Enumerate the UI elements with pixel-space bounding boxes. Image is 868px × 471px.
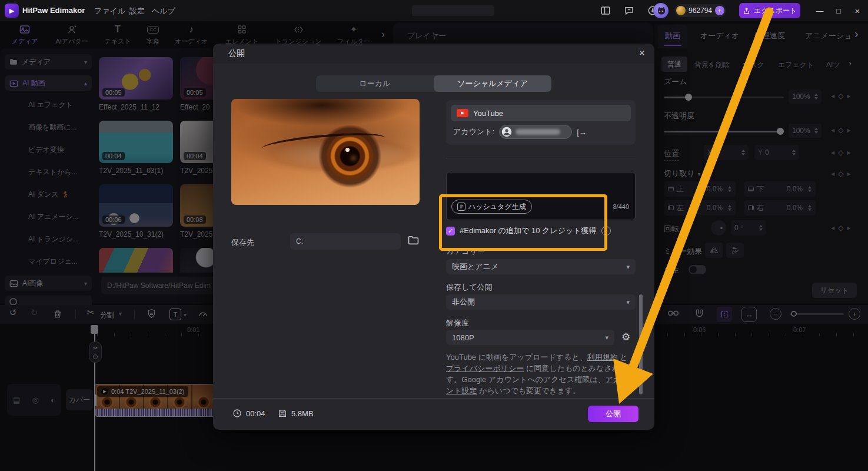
category-dropdown[interactable]: 映画とアニメ ▾ [446,259,636,274]
clock-icon [232,409,242,418]
file-size: 5.8MB [291,409,314,418]
caret-down-icon: ▾ [626,263,630,271]
minimize-button[interactable]: — [813,5,826,16]
video-preview [231,99,420,205]
visibility-label: 保存して公開 [446,282,493,293]
info-icon[interactable]: i [601,226,611,236]
menu-settings[interactable]: 設定 [129,6,145,16]
account-pill[interactable] [499,125,572,139]
publish-dialog: 公開 × ローカル ソーシャルメディア 保存先 C: YouTube アカウント… [213,44,654,430]
menu-file[interactable]: ファイル [94,6,125,16]
youtube-icon [457,109,468,117]
close-dialog-icon[interactable]: × [638,47,645,59]
account-row: アカウント: [→ [453,125,587,139]
export-label: エクスポート [754,6,797,16]
generate-hashtag-chip[interactable]: # ハッシュタグ生成 [451,200,532,214]
menu-help[interactable]: ヘルプ [152,6,175,16]
credit-checkbox-row[interactable]: ✓ #Edimakor の追加で 10 クレジット獲得 i [446,225,611,236]
terms-t5: からいつでも変更できます。 [477,386,581,395]
resolution-dropdown[interactable]: 1080P ▾ [446,330,614,345]
export-button[interactable]: エクスポート [739,3,800,18]
resolution-label: 解像度 [446,318,469,329]
tab-local[interactable]: ローカル [316,75,434,92]
privacy-policy-link[interactable]: プライバシーポリシー [446,364,524,373]
platform-selector[interactable]: YouTube [451,105,631,121]
close-window-button[interactable]: × [851,5,864,16]
credits-badge[interactable]: 962794 + [674,4,726,17]
titlebar: ▶ HitPaw Edimakor ファイル 設定 ヘルプ 962794 + エ… [0,0,868,21]
visibility-dropdown[interactable]: 非公開 ▾ [446,294,636,310]
account-label: アカウント: [453,127,494,137]
export-icon [743,7,750,15]
account-avatar-icon [501,127,512,137]
coin-icon [676,6,686,15]
logo-glyph: ▶ [9,7,14,15]
section-divider [446,158,636,158]
caret-down-icon: ▾ [605,334,608,341]
category-label: カテゴリー [446,246,485,257]
publish-button[interactable]: 公開 [588,406,638,422]
add-credits-icon[interactable]: + [715,6,724,15]
resolution-settings-gear-icon[interactable]: ⚙ [621,331,630,343]
publish-tabs: ローカル ソーシャルメディア [316,75,551,92]
video-duration: 00:04 [246,409,265,418]
terms-t1: YouTube に動画をアップロードすると、 [446,353,587,361]
save-location-label: 保存先 [231,237,254,248]
platform-label: YouTube [473,109,503,118]
maximize-button[interactable]: □ [832,5,845,16]
generate-hashtag-label: ハッシュタグ生成 [468,202,526,212]
youtube-account-box: YouTube アカウント: [→ [446,100,636,145]
tab-social-media[interactable]: ソーシャルメディア [434,75,551,92]
category-value: 映画とアニメ [452,261,498,272]
visibility-value: 非公開 [452,297,475,307]
char-counter: 8/440 [613,203,629,210]
terms-t2: と [618,353,628,361]
hash-icon: # [457,203,465,211]
dialog-title: 公開 [228,48,245,59]
account-name-blurred [516,129,560,135]
caret-down-icon: ▾ [626,298,630,306]
terms-t4: Google アカウントへのアクセス権限は、 [461,375,605,384]
layout-icon[interactable] [600,5,611,16]
app-logo-icon: ▶ [5,4,19,18]
user-avatar[interactable] [653,3,669,18]
dialog-scrollbar[interactable] [639,294,643,394]
dialog-header [213,44,654,64]
terms-of-use-link[interactable]: 利用規約 [587,353,618,361]
credit-note-label: #Edimakor の追加で 10 クレジット獲得 [460,225,597,236]
description-textarea[interactable]: # ハッシュタグ生成 8/440 [446,172,636,220]
terms-text: YouTube に動画をアップロードすると、利用規約 と プライバシーポリシー … [446,352,636,396]
feedback-icon[interactable] [624,5,634,16]
save-path-input[interactable]: C: [290,233,401,250]
footer-divider [213,398,654,399]
app-title: HitPaw Edimakor [22,6,85,15]
resolution-value: 1080P [452,333,474,342]
browse-folder-icon[interactable] [408,236,419,245]
credits-count: 962794 [689,6,712,15]
file-size-icon [278,409,287,418]
checkbox-checked-icon[interactable]: ✓ [446,227,455,236]
project-title-blurred [412,5,494,16]
logout-icon[interactable]: [→ [577,128,587,137]
